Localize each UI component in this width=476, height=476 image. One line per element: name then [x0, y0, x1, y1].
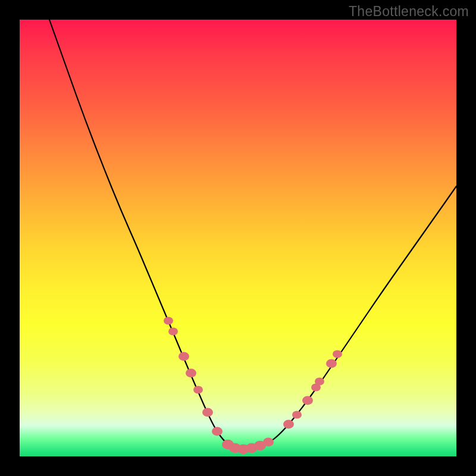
- highlight-dots-group: [164, 317, 342, 454]
- highlight-dot: [263, 438, 274, 447]
- highlight-dot: [168, 327, 178, 335]
- watermark-text: TheBottleneck.com: [349, 4, 469, 20]
- bottleneck-curve: [49, 20, 456, 449]
- highlight-dot: [326, 359, 337, 368]
- highlight-dot: [164, 317, 173, 324]
- highlight-dot: [178, 352, 189, 361]
- highlight-dot: [186, 369, 196, 378]
- highlight-dot: [212, 427, 223, 436]
- outer-frame: TheBottleneck.com: [0, 0, 476, 476]
- plot-area: [20, 20, 456, 456]
- highlight-dot: [315, 377, 324, 385]
- highlight-dot: [302, 396, 313, 405]
- highlight-dot: [202, 408, 213, 417]
- highlight-dot: [283, 420, 294, 429]
- highlight-dot: [292, 411, 302, 418]
- highlight-dot: [193, 386, 203, 393]
- highlight-dot: [333, 350, 342, 358]
- chart-svg: [20, 20, 456, 456]
